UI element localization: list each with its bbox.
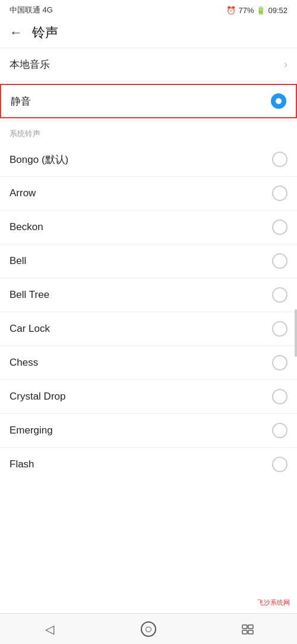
- home-nav-button[interactable]: ○: [131, 617, 166, 641]
- list-item[interactable]: Chess: [0, 346, 297, 380]
- chevron-right-icon: ›: [284, 58, 287, 71]
- ringtone-name: Crystal Drop: [10, 391, 65, 403]
- ringtone-name: Beckon: [10, 221, 43, 233]
- list-item[interactable]: Bell: [0, 244, 297, 278]
- silent-row[interactable]: 静音: [0, 84, 297, 118]
- ringtone-name: Emerging: [10, 425, 53, 436]
- carrier-text: 中国联通 4G: [10, 5, 53, 15]
- radio-button[interactable]: [272, 152, 287, 167]
- svg-rect-3: [248, 630, 253, 634]
- list-item[interactable]: Flash: [0, 448, 297, 481]
- silent-label: 静音: [11, 95, 31, 108]
- section-label: 系统铃声: [0, 121, 297, 143]
- list-item[interactable]: Beckon: [0, 211, 297, 244]
- scrollbar: [295, 309, 297, 357]
- ringtone-name: Flash: [10, 458, 34, 470]
- ringtone-name: Bongo (默认): [10, 153, 68, 167]
- radio-button[interactable]: [272, 186, 287, 201]
- bottom-nav: ◁ ○: [0, 613, 297, 644]
- radio-button[interactable]: [272, 219, 287, 235]
- ringtone-list: Bongo (默认) Arrow Beckon Bell Bell Tree C…: [0, 143, 297, 517]
- radio-button[interactable]: [272, 423, 287, 438]
- watermark: 飞沙系统网: [255, 597, 292, 608]
- radio-button[interactable]: [272, 321, 287, 337]
- battery-icon: 🔋: [256, 6, 266, 15]
- svg-rect-1: [248, 625, 253, 629]
- back-button[interactable]: ←: [10, 26, 23, 39]
- status-bar: 中国联通 4G ⏰ 77% 🔋 09:52: [0, 0, 297, 18]
- back-nav-button[interactable]: ◁: [31, 617, 67, 641]
- recents-nav-button[interactable]: [230, 617, 266, 641]
- battery-percent: 77%: [238, 6, 254, 15]
- back-nav-icon: ◁: [45, 622, 54, 636]
- radio-button[interactable]: [272, 389, 287, 404]
- list-item[interactable]: Car Lock: [0, 312, 297, 346]
- ringtone-name: Car Lock: [10, 323, 50, 335]
- local-music-label: 本地音乐: [10, 58, 50, 71]
- list-item[interactable]: Bell Tree: [0, 278, 297, 312]
- svg-rect-2: [242, 630, 247, 634]
- header: ← 铃声: [0, 18, 297, 48]
- radio-button[interactable]: [272, 287, 287, 303]
- list-item[interactable]: Crystal Drop: [0, 380, 297, 414]
- list-item[interactable]: Arrow: [0, 177, 297, 211]
- silent-radio-selected[interactable]: [271, 93, 286, 109]
- local-music-row[interactable]: 本地音乐 ›: [0, 48, 297, 81]
- alarm-icon: ⏰: [226, 6, 236, 15]
- ringtone-name: Bell: [10, 255, 26, 267]
- ringtone-name: Bell Tree: [10, 289, 49, 301]
- time-text: 09:52: [268, 6, 287, 15]
- home-nav-icon: ○: [141, 621, 156, 637]
- list-item[interactable]: Bongo (默认): [0, 143, 297, 177]
- svg-rect-0: [242, 625, 247, 629]
- recents-icon: [241, 623, 254, 636]
- radio-button[interactable]: [272, 355, 287, 370]
- local-music-divider: [0, 81, 297, 81]
- list-item[interactable]: Emerging: [0, 414, 297, 448]
- ringtone-name: Arrow: [10, 187, 36, 199]
- page-title: 铃声: [32, 24, 58, 42]
- radio-button[interactable]: [272, 457, 287, 472]
- status-right: ⏰ 77% 🔋 09:52: [226, 6, 287, 15]
- radio-button[interactable]: [272, 253, 287, 269]
- ringtone-name: Chess: [10, 357, 38, 369]
